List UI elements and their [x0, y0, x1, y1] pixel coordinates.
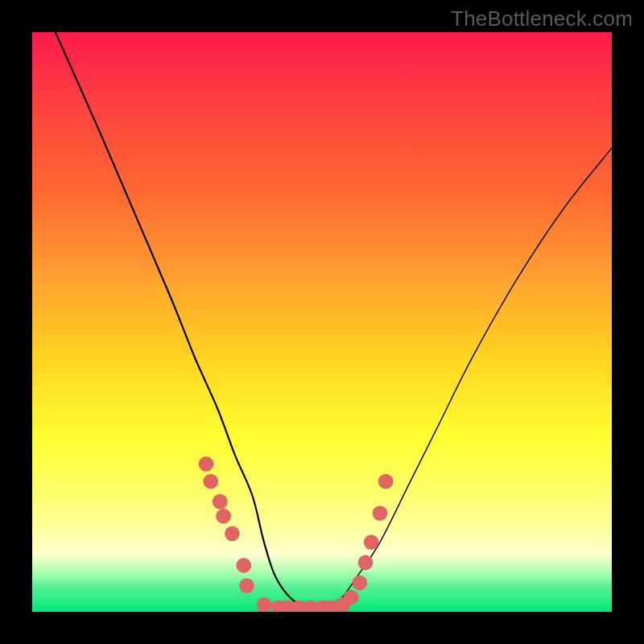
outer-frame: TheBottleneck.com [0, 0, 644, 644]
plot-gradient-background [32, 32, 612, 612]
watermark-text: TheBottleneck.com [451, 6, 633, 31]
